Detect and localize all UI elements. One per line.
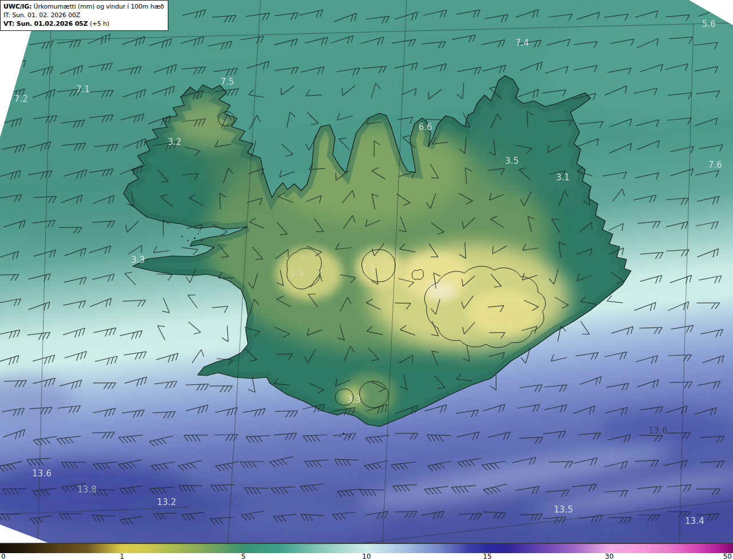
contour-label-3.5: 3.5 — [505, 156, 519, 166]
product-desc: Úrkomumætti (mm) og vindur í 100m hæð — [31, 3, 164, 10]
contour-label-7.4: 7.4 — [515, 38, 529, 48]
title-line-init-time: IT: Sun. 01. 02. 2026 00Z — [3, 11, 164, 19]
contour-label-6.6: 6.6 — [419, 122, 432, 132]
valid-time-offset: (+5 h) — [88, 20, 109, 27]
contour-label-5.6: 5.6 — [702, 19, 716, 29]
contour-label-13.6: 13.6 — [648, 425, 667, 436]
colorbar-tick-30: 30 — [605, 553, 613, 560]
contour-label-13.6: 13.6 — [32, 468, 51, 479]
title-line-product: UWC/IG: Úrkomumætti (mm) og vindur í 100… — [3, 2, 164, 11]
title-box: UWC/IG: Úrkomumætti (mm) og vindur í 100… — [0, 0, 168, 31]
contour-label-1.9: 1.9 — [290, 268, 304, 278]
contour-label-3.3: 3.3 — [347, 395, 361, 405]
contour-label-3.2: 3.2 — [168, 137, 182, 147]
contour-label-7.2: 7.2 — [14, 94, 28, 104]
valid-time: VT: Sun. 01.02.2026 05Z — [3, 20, 88, 27]
colorbar-tick-5: 5 — [241, 553, 246, 560]
precip-colorbar: 01510153050 — [0, 543, 733, 560]
contour-label-0.9: 0.9 — [429, 280, 443, 290]
contour-label-3.3: 3.3 — [131, 255, 145, 265]
contour-label-1.1: 1.1 — [362, 263, 376, 273]
weather-map-product: 7.27.17.57.45.66.63.23.53.17.63.31.91.10… — [0, 0, 733, 560]
product-id: UWC/IG: — [3, 3, 31, 10]
title-line-valid-time: VT: Sun. 01.02.2026 05Z (+5 h) — [3, 19, 164, 28]
colorbar-tick-labels: 01510153050 — [0, 553, 733, 560]
colorbar-tick-15: 15 — [483, 553, 491, 560]
contour-label-7.5: 7.5 — [220, 77, 234, 87]
colorbar-tick-10: 10 — [362, 553, 371, 560]
colorbar-gradient — [0, 544, 733, 553]
contour-label-13.8: 13.8 — [77, 484, 96, 495]
colorbar-tick-0: 0 — [1, 553, 6, 560]
colorbar-tick-1: 1 — [120, 553, 124, 560]
contour-label-13.2: 13.2 — [157, 497, 176, 507]
contour-label-7.6: 7.6 — [708, 160, 722, 170]
contour-label-3.1: 3.1 — [556, 172, 570, 183]
contour-label-7.1: 7.1 — [76, 84, 90, 94]
colorbar-tick-50: 50 — [723, 553, 732, 560]
contour-label-13.4: 13.4 — [685, 516, 704, 526]
iceland-precipitation-wind-map: 7.27.17.57.45.66.63.23.53.17.63.31.91.10… — [0, 0, 733, 543]
map-canvas: 7.27.17.57.45.66.63.23.53.17.63.31.91.10… — [0, 0, 733, 543]
contour-label-13.5: 13.5 — [554, 504, 573, 515]
